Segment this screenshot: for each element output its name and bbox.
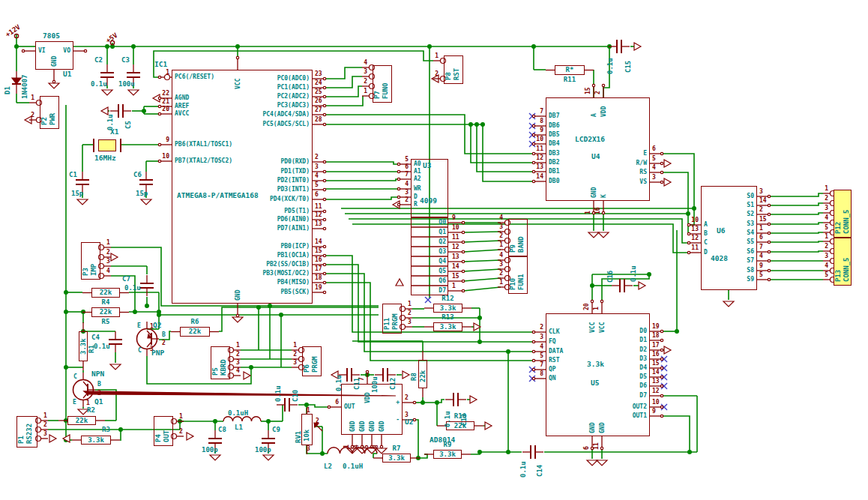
pin-name: D (414, 194, 418, 200)
component-C2-hit[interactable] (100, 67, 115, 82)
pin-name: DB0 (549, 178, 559, 184)
pin-number: 3 (825, 205, 828, 211)
pin-number: 1 (452, 283, 456, 289)
pin-number: 11 (691, 245, 699, 251)
pin-number: 8 (540, 371, 543, 377)
value-label: 0.1u (630, 265, 637, 282)
pin-name: GND (591, 187, 597, 198)
ref-label: P13 (835, 270, 842, 282)
pin-number: 6 (405, 164, 409, 170)
pin-name: K (601, 194, 607, 198)
ref-label: P6 (304, 364, 310, 373)
pin-name: A1 (414, 169, 421, 175)
component-R8-hit[interactable] (416, 358, 430, 391)
pin-name: QN (549, 376, 556, 382)
pin-name: Q5 (438, 268, 446, 274)
component-U4[interactable] (546, 97, 650, 201)
pin-number: 1 (106, 240, 110, 246)
component-C4-hit[interactable] (108, 334, 123, 349)
pin-name: PD0(RXD) (280, 159, 310, 165)
pin-number: 15 (452, 274, 459, 280)
pin-name: R (414, 202, 418, 208)
pin-name: PB0(ICP) (280, 244, 310, 250)
component-C14-hit[interactable] (525, 445, 540, 460)
component-L2-hit[interactable] (328, 446, 377, 457)
pin-name: PD7(AIN1) (277, 226, 310, 232)
pin-number: 1 (825, 234, 828, 240)
pin-name: PC6(/RESET) (175, 74, 214, 80)
pin-name: PC5(ADC5/SCL) (262, 121, 310, 127)
component-R9-hit[interactable] (431, 448, 464, 461)
component-D1-hit[interactable] (10, 71, 22, 95)
pin-name: D2 (639, 347, 647, 353)
value-label: 1N4007 (22, 74, 28, 99)
component-C5-hit[interactable] (113, 103, 128, 118)
pin-name: B (704, 231, 708, 237)
pin-number: 18 (652, 333, 660, 339)
component-C1-hit[interactable] (75, 175, 90, 190)
pin-name: B (162, 332, 166, 338)
component-C9-hit[interactable] (261, 433, 276, 448)
component-C13-hit[interactable] (448, 392, 463, 407)
pin-name: Q6 (438, 278, 446, 284)
component-R1-hit[interactable] (76, 329, 90, 364)
pin-number: 10 (652, 400, 660, 406)
value-label: OUT (163, 430, 170, 442)
pin-number: 2 (405, 197, 409, 203)
pin-number: 6 (335, 400, 339, 406)
value-label: 4099 (420, 197, 437, 205)
pin-number: 16 (595, 207, 601, 214)
value-label: BAND (518, 236, 525, 253)
component-R13-hit[interactable] (431, 320, 465, 334)
ref-label: P11 (384, 318, 391, 330)
ref-label: C4 (91, 334, 100, 341)
schematic-canvas: U17805VIVOGNDIC1ATMEGA8-P/ATMEGA1681PC6(… (0, 0, 868, 500)
component-R4-hit[interactable] (89, 286, 122, 300)
component-Q1-hit[interactable] (73, 379, 94, 400)
pin-number: 1 (594, 307, 600, 310)
component-R7-hit[interactable] (380, 451, 413, 465)
pin-number: 1 (86, 400, 90, 406)
ref-label: U1 (63, 70, 71, 78)
component-C8-hit[interactable] (208, 433, 223, 448)
ref-label: P10 (510, 278, 516, 290)
component-C6-hit[interactable] (139, 175, 154, 190)
pin-number: 15 (315, 248, 322, 254)
ref-label: R11 (555, 76, 585, 83)
component-Q2-hit[interactable] (136, 328, 157, 349)
pin-name: RS (639, 169, 647, 175)
pin-number: 7 (759, 244, 763, 250)
component-R6-hit[interactable] (178, 325, 212, 339)
component-C7-hit[interactable] (139, 278, 154, 293)
component-C10-hit[interactable] (280, 397, 295, 412)
pin-name: PC1(ADC1) (277, 85, 310, 91)
pin-number: 5 (825, 225, 828, 231)
pin-name: S2 (747, 211, 754, 217)
component-R5-hit[interactable] (89, 305, 122, 319)
component-X1[interactable] (98, 139, 116, 151)
value-label: FUN1 (518, 274, 525, 290)
pin-number: 1 (179, 414, 183, 420)
pin-number: 3 (315, 164, 319, 170)
pin-number: 14 (652, 370, 660, 376)
pin-number: 4 (499, 215, 503, 221)
pin-number: 2 (293, 352, 297, 358)
pin-number: 4 (540, 344, 543, 350)
pin-name: DB2 (549, 160, 559, 166)
pin-name: D5 (639, 374, 647, 380)
component-C12-hit[interactable] (378, 367, 393, 382)
component-C11-hit[interactable] (342, 367, 357, 382)
pin-name: E (643, 151, 647, 157)
component-L1-hit[interactable] (223, 414, 261, 424)
component-R11-hit[interactable] (552, 63, 587, 77)
component-R2-hit[interactable] (65, 414, 98, 427)
pin-name: PC0(ADC0) (277, 76, 310, 82)
pin-number: 2 (31, 112, 34, 118)
component-C16-hit[interactable] (615, 278, 630, 293)
component-R3-hit[interactable] (79, 433, 113, 447)
value-label: PWR (49, 113, 56, 125)
component-C15-hit[interactable] (612, 39, 627, 54)
pin-name: FQ (549, 339, 556, 345)
pin-name: DB6 (549, 123, 559, 129)
component-C3-hit[interactable] (126, 67, 141, 82)
